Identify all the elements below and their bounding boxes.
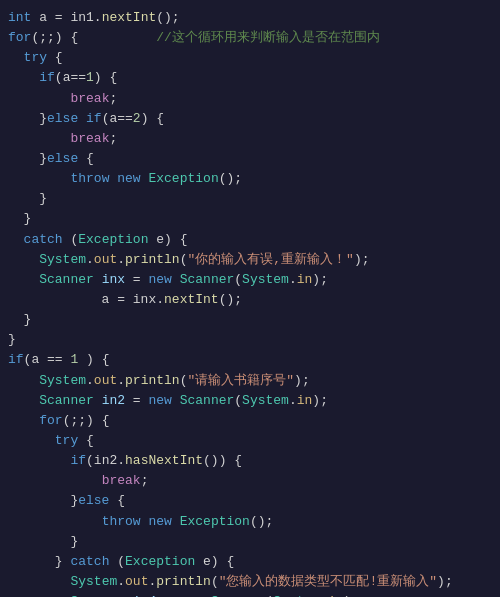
code-token: 1 [86, 70, 94, 85]
code-token [172, 514, 180, 529]
code-token: 2 [133, 111, 141, 126]
code-token: (;;) { [31, 30, 156, 45]
code-token: { [109, 493, 125, 508]
code-line: Scanner inx = new Scanner(System.in); [0, 270, 500, 290]
code-token: ); [312, 393, 328, 408]
code-line: break; [0, 89, 500, 109]
code-token: println [125, 373, 180, 388]
code-token [8, 272, 39, 287]
code-token: a = in1. [31, 10, 101, 25]
code-token: (); [250, 514, 273, 529]
code-token: ( [234, 393, 242, 408]
code-token: . [86, 373, 94, 388]
code-token: } [8, 312, 31, 327]
code-line: break; [0, 129, 500, 149]
code-token: (a== [55, 70, 86, 85]
code-token: out [94, 252, 117, 267]
code-line: }else { [0, 149, 500, 169]
code-token: (a== [102, 111, 133, 126]
code-token: break [102, 473, 141, 488]
code-token: new [117, 171, 140, 186]
code-line: if(a == 1 ) { [0, 350, 500, 370]
code-token [8, 574, 70, 589]
code-token: } [8, 151, 47, 166]
code-line: break; [0, 471, 500, 491]
code-token [172, 393, 180, 408]
code-token: (in2. [86, 453, 125, 468]
code-token: "请输入书籍序号" [187, 373, 294, 388]
code-line: } [0, 209, 500, 229]
code-line: int a = in1.nextInt(); [0, 8, 500, 28]
code-token: ( [109, 554, 125, 569]
code-line: Scanner in2 = new Scanner(System.in); [0, 391, 500, 411]
code-token: break [70, 131, 109, 146]
code-line: System.out.println("您输入的数据类型不匹配!重新输入"); [0, 572, 500, 592]
code-line: if(a==1) { [0, 68, 500, 88]
code-token: catch [70, 554, 109, 569]
code-token [8, 514, 102, 529]
code-line: a = inx.nextInt(); [0, 290, 500, 310]
code-token: try [24, 50, 47, 65]
code-token: = [125, 393, 148, 408]
code-token [8, 131, 70, 146]
code-token: "您输入的数据类型不匹配!重新输入" [219, 574, 437, 589]
code-token: Scanner [180, 272, 235, 287]
code-token: hasNextInt [125, 453, 203, 468]
code-token: else [47, 151, 78, 166]
code-token [8, 91, 70, 106]
code-token [94, 272, 102, 287]
code-token [8, 393, 39, 408]
code-token [8, 373, 39, 388]
code-line: throw new Exception(); [0, 512, 500, 532]
code-line: for(;;) { [0, 411, 500, 431]
code-token: e) { [148, 232, 187, 247]
code-token: ); [354, 252, 370, 267]
code-token: System [242, 272, 289, 287]
code-token: println [156, 574, 211, 589]
code-token: ); [312, 272, 328, 287]
code-token: inx [102, 272, 125, 287]
code-token: . [117, 574, 125, 589]
code-token [8, 453, 70, 468]
code-editor: int a = in1.nextInt();for(;;) { //这个循环用来… [0, 0, 500, 597]
code-token: ; [141, 473, 149, 488]
code-token [8, 232, 24, 247]
code-line: Scanner in4 = new Scanner(System.in); [0, 592, 500, 597]
code-token: } [8, 111, 47, 126]
code-token: { [78, 433, 94, 448]
code-token: (); [219, 292, 242, 307]
code-token: ; [109, 131, 117, 146]
code-token: Scanner [180, 393, 235, 408]
code-line: } [0, 330, 500, 350]
code-token: for [39, 413, 62, 428]
code-token: ( [63, 232, 79, 247]
code-token: else [78, 493, 109, 508]
code-token [8, 70, 39, 85]
code-token: //这个循环用来判断输入是否在范围内 [156, 30, 380, 45]
code-line: if(in2.hasNextInt()) { [0, 451, 500, 471]
code-line: for(;;) { //这个循环用来判断输入是否在范围内 [0, 28, 500, 48]
code-token: (;;) { [63, 413, 110, 428]
code-token: out [94, 373, 117, 388]
code-token: . [289, 393, 297, 408]
code-token: break [70, 91, 109, 106]
code-token: System [70, 574, 117, 589]
code-token [172, 272, 180, 287]
code-token: . [289, 272, 297, 287]
code-token: int [8, 10, 31, 25]
code-line: System.out.println("你的输入有误,重新输入！"); [0, 250, 500, 270]
code-token [8, 171, 70, 186]
code-token: in [297, 393, 313, 408]
code-token: ( [211, 574, 219, 589]
code-token: Exception [180, 514, 250, 529]
code-token: Exception [125, 554, 195, 569]
code-token: Scanner [39, 272, 94, 287]
code-token: System [39, 373, 86, 388]
code-line: throw new Exception(); [0, 169, 500, 189]
code-token: System [39, 252, 86, 267]
code-token: (); [219, 171, 242, 186]
code-token: ( [234, 272, 242, 287]
code-token: "你的输入有误,重新输入！" [187, 252, 353, 267]
code-token: catch [24, 232, 63, 247]
code-token [8, 50, 24, 65]
